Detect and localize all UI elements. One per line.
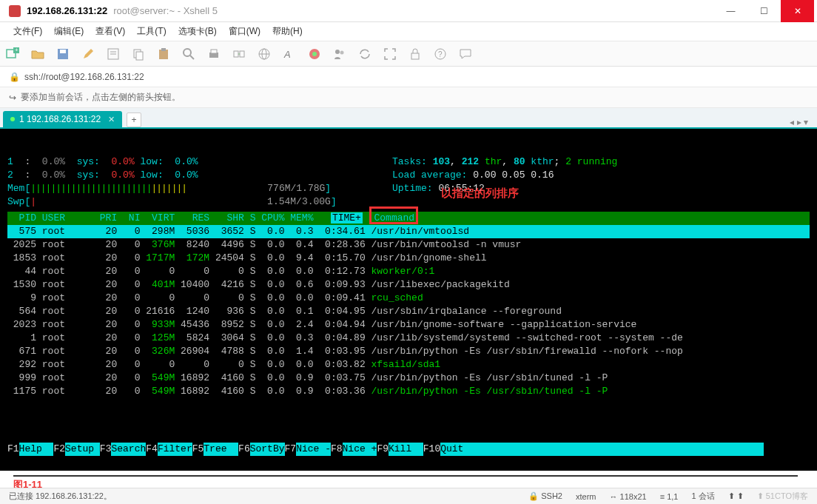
svg-point-23 [312, 52, 317, 56]
tab-label: 1 192.168.26.131:22 [19, 114, 101, 124]
window-title: 192.168.26.131:22 [27, 5, 107, 16]
open-icon[interactable] [31, 47, 44, 61]
edit-icon[interactable] [81, 47, 95, 61]
status-sep: ⬆ ⬆ [728, 491, 744, 501]
svg-rect-9 [136, 52, 143, 60]
svg-text:?: ? [438, 50, 443, 58]
table-row[interactable]: 1175 root 20 0 549M 16892 4160 S 0.0 0.9… [7, 385, 810, 398]
status-sessions: 1 会话 [691, 491, 714, 502]
col-time: TIME+ [331, 212, 363, 224]
close-button[interactable]: ✕ [781, 0, 814, 22]
address-url[interactable]: ssh://root@192.168.26.131:22 [24, 72, 144, 82]
users-icon[interactable] [333, 47, 346, 61]
lock-small-icon: 🔒 [9, 72, 20, 82]
status-term: xterm [576, 492, 596, 501]
svg-rect-16 [234, 51, 238, 57]
table-row[interactable]: 564 root 20 0 21616 1240 936 S 0.0 0.1 0… [7, 305, 810, 318]
svg-line-13 [190, 56, 194, 59]
status-connection: 已连接 192.168.26.131:22。 [9, 491, 112, 502]
svg-point-12 [184, 49, 191, 56]
table-row[interactable]: 9 root 20 0 0 0 0 S 0.0 0.0 0:09.41 rcu_… [7, 292, 810, 305]
svg-text:A: A [283, 49, 291, 60]
session-tab[interactable]: 1 192.168.26.131:22 ✕ [3, 111, 122, 127]
table-row[interactable]: 999 root 20 0 549M 16892 4160 S 0.0 0.9 … [7, 372, 810, 385]
highlight-box [369, 206, 418, 224]
add-tab-button[interactable]: + [127, 112, 141, 127]
tab-nav-arrows[interactable]: ◂ ▸ ▾ [784, 117, 814, 127]
fullscreen-icon[interactable] [383, 47, 397, 61]
status-pos: ≡ 1,1 [660, 492, 679, 501]
address-bar: 🔒 ssh://root@192.168.26.131:22 [0, 67, 817, 87]
svg-rect-11 [161, 48, 166, 51]
globe-icon[interactable] [258, 47, 271, 61]
table-row[interactable]: 2025 root 20 0 376M 8240 4496 S 0.0 0.4 … [7, 238, 810, 252]
terminal[interactable]: 1 : 0.0% sys: 0.0% low: 0.0% 2 : 0.0% sy… [0, 129, 817, 471]
function-key-bar: F1Help F2Setup F3SearchF4FilterF5Tree F6… [7, 443, 810, 456]
lock-icon[interactable] [408, 47, 422, 61]
menu-bar: 文件(F) 编辑(E) 查看(V) 工具(T) 选项卡(B) 窗口(W) 帮助(… [0, 22, 817, 41]
tab-close-icon[interactable]: ✕ [108, 115, 115, 124]
title-bar: 192.168.26.131:22 root@server:~ - Xshell… [0, 0, 817, 22]
properties-icon[interactable] [107, 47, 120, 61]
paste-icon[interactable] [157, 47, 170, 61]
search-icon[interactable] [182, 47, 195, 61]
table-row[interactable]: 1853 root 20 0 1717M 172M 24504 S 0.0 9.… [7, 252, 810, 265]
table-row[interactable]: 671 root 20 0 326M 26904 4788 S 0.0 1.4 … [7, 345, 810, 358]
window-controls: — ☐ ✕ [714, 0, 814, 22]
process-table: PID USER PRI NI VIRT RES SHR S CPU% MEM%… [7, 212, 810, 398]
window-subtitle: root@server:~ - Xshell 5 [113, 5, 218, 16]
status-ssh: 🔒 SSH2 [528, 491, 562, 501]
svg-rect-15 [211, 50, 217, 53]
tab-bar: 1 192.168.26.131:22 ✕ + ◂ ▸ ▾ [0, 108, 817, 129]
app-icon [9, 5, 21, 17]
status-size: ↔ 118x21 [610, 492, 647, 501]
svg-text:+: + [15, 47, 19, 53]
save-icon[interactable] [56, 47, 70, 61]
toolbar: + A ? [0, 41, 817, 67]
watermark: ⬆ 51CTO博客 [757, 491, 808, 502]
help-icon[interactable]: ? [434, 47, 447, 61]
menu-view[interactable]: 查看(V) [91, 25, 130, 38]
menu-file[interactable]: 文件(F) [9, 25, 47, 38]
status-bar: 已连接 192.168.26.131:22。 🔒 SSH2 xterm ↔ 11… [0, 488, 817, 504]
table-row[interactable]: 1530 root 20 0 401M 10400 4216 S 0.0 0.6… [7, 278, 810, 292]
menu-help[interactable]: 帮助(H) [268, 25, 307, 38]
table-row[interactable]: 1 root 20 0 125M 5824 3064 S 0.0 0.3 0:0… [7, 332, 810, 345]
copy-icon[interactable] [132, 47, 145, 61]
hint-text: 要添加当前会话，点击左侧的箭头按钮。 [21, 91, 181, 104]
menu-window[interactable]: 窗口(W) [224, 25, 265, 38]
print-icon[interactable] [207, 47, 221, 61]
arrow-icon[interactable]: ↪ [9, 93, 16, 103]
maximize-button[interactable]: ☐ [747, 0, 781, 22]
annotation-sort-label: 以指定的列排序 [441, 187, 519, 200]
status-dot-icon [10, 117, 15, 121]
svg-point-25 [340, 50, 344, 54]
menu-tools[interactable]: 工具(T) [132, 25, 170, 38]
font-icon[interactable]: A [283, 47, 296, 61]
hint-bar: ↪ 要添加当前会话，点击左侧的箭头按钮。 [0, 87, 817, 108]
minimize-button[interactable]: — [714, 0, 747, 22]
chat-icon[interactable] [459, 47, 472, 61]
svg-point-24 [335, 50, 340, 54]
sync-icon[interactable] [358, 47, 371, 61]
transfer-icon[interactable] [232, 47, 246, 61]
svg-rect-26 [411, 53, 419, 59]
table-row[interactable]: 2023 root 20 0 933M 45436 8952 S 0.0 2.4… [7, 318, 810, 332]
table-row[interactable]: 292 root 20 0 0 0 0 S 0.0 0.0 0:03.82 xf… [7, 358, 810, 372]
new-session-icon[interactable]: + [6, 47, 19, 61]
svg-rect-4 [60, 50, 66, 53]
color-icon[interactable] [308, 47, 321, 61]
table-row[interactable]: 575 root 20 0 298M 5036 3652 S 0.0 0.3 0… [7, 225, 810, 238]
svg-rect-17 [240, 51, 244, 57]
menu-edit[interactable]: 编辑(E) [50, 25, 88, 38]
table-row[interactable]: 44 root 20 0 0 0 0 S 0.0 0.0 0:12.73 kwo… [7, 265, 810, 278]
menu-tabs[interactable]: 选项卡(B) [174, 25, 221, 38]
